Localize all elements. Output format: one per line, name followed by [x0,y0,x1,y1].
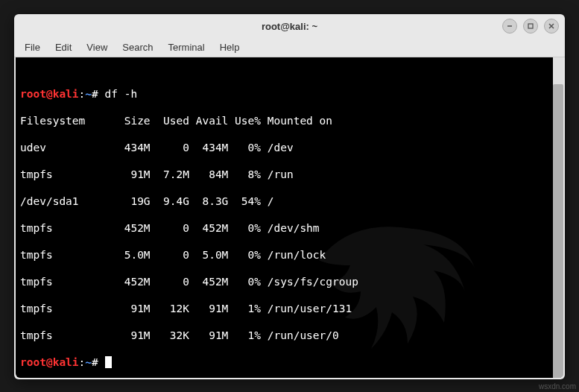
output-row: udev 434M 0 434M 0% /dev [20,141,559,154]
prompt-sep: : [79,356,86,368]
menu-help[interactable]: Help [212,39,247,55]
output-row: tmpfs 91M 12K 91M 1% /run/user/131 [20,302,559,315]
prompt-at: @ [46,88,53,100]
command-text: df -h [105,88,138,100]
output-row: tmpfs 452M 0 452M 0% /dev/shm [20,221,559,235]
window-controls [502,19,559,34]
menubar: File Edit View Search Terminal Help [14,38,565,57]
prompt-host: kali [53,356,79,368]
menu-terminal[interactable]: Terminal [161,39,212,55]
maximize-button[interactable] [523,19,538,34]
window-title: root@kali: ~ [262,21,317,32]
output-row: tmpfs 452M 0 452M 0% /sys/fs/cgroup [20,275,559,288]
menu-search[interactable]: Search [115,39,160,55]
menu-edit[interactable]: Edit [48,39,79,55]
prompt-hash: # [92,88,104,100]
scrollbar[interactable] [553,57,563,378]
prompt-path: ~ [85,88,92,100]
titlebar[interactable]: root@kali: ~ [14,14,565,38]
terminal-area[interactable]: root@kali:~# df -h Filesystem Size Used … [16,57,563,378]
terminal-line: root@kali:~# df -h [20,87,559,101]
minimize-button[interactable] [502,19,517,34]
scrollbar-thumb[interactable] [553,84,563,378]
prompt-host: kali [53,88,79,100]
terminal-line: root@kali:~# [20,355,559,369]
close-button[interactable] [544,19,559,34]
prompt-user: root [20,356,46,368]
output-row: /dev/sda1 19G 9.4G 8.3G 54% / [20,195,559,208]
terminal-window: root@kali: ~ File Edit View Search Termi… [14,14,565,379]
menu-view[interactable]: View [79,39,115,55]
menu-file[interactable]: File [17,39,48,55]
prompt-user: root [20,88,46,100]
output-header: Filesystem Size Used Avail Use% Mounted … [20,114,559,127]
output-row: tmpfs 5.0M 0 5.0M 0% /run/lock [20,248,559,262]
cursor [105,356,112,368]
svg-rect-1 [528,24,533,28]
prompt-hash: # [92,356,104,368]
output-row: tmpfs 91M 7.2M 84M 8% /run [20,168,559,181]
prompt-path: ~ [85,356,92,368]
prompt-at: @ [46,356,53,368]
output-row: tmpfs 91M 32K 91M 1% /run/user/0 [20,329,559,342]
prompt-sep: : [79,88,86,100]
watermark: wsxdn.com [539,382,576,391]
